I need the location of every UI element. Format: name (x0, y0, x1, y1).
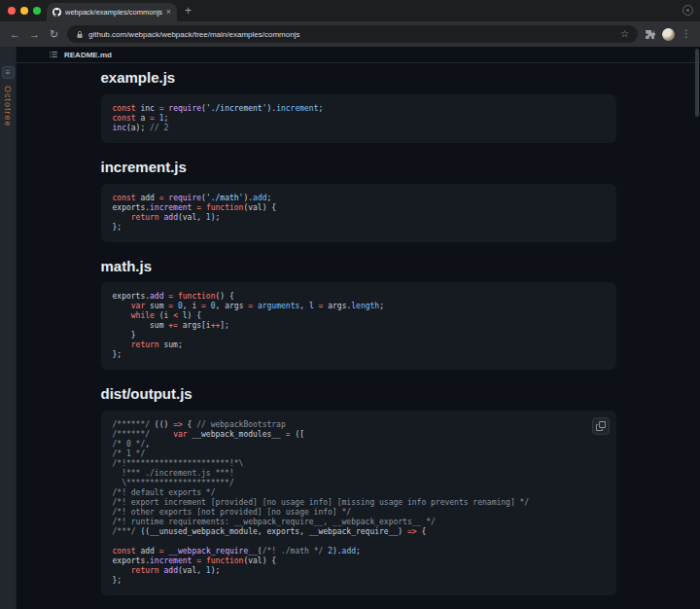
browser-tab[interactable]: webpack/examples/commonjs × (47, 3, 177, 21)
github-page: README.md example.jsconst inc = require(… (17, 47, 700, 609)
readme-content: example.jsconst inc = require('./increme… (101, 63, 616, 595)
code-text: const add = require('./math').add; expor… (101, 184, 616, 242)
octotree-toggle-button[interactable]: ≡ (2, 66, 15, 79)
bookmark-star-icon[interactable]: ☆ (620, 29, 629, 39)
back-icon[interactable]: ← (9, 28, 21, 41)
browser-toolbar: ← → ↻ github.com/webpack/webpack/tree/ma… (0, 21, 700, 47)
address-bar[interactable]: github.com/webpack/webpack/tree/main/exa… (67, 25, 638, 43)
section-heading: dist/output.js (101, 385, 616, 404)
traffic-lights (8, 7, 41, 15)
readme-file-header: README.md (17, 47, 700, 63)
section-heading: example.js (101, 69, 616, 88)
minimize-window-button[interactable] (20, 7, 28, 15)
new-tab-button[interactable]: + (185, 5, 192, 17)
code-block: const add = require('./math').add; expor… (101, 184, 616, 242)
octotree-sidebar: ≡ Octotree (0, 47, 17, 609)
tab-close-icon[interactable]: × (166, 8, 171, 17)
code-block: const inc = require('./increment').incre… (101, 94, 616, 143)
github-favicon-icon (52, 8, 61, 17)
forward-icon[interactable]: → (28, 28, 41, 41)
section-heading: math.js (101, 258, 616, 276)
url-text[interactable]: github.com/webpack/webpack/tree/main/exa… (88, 30, 615, 39)
lock-icon (76, 30, 84, 39)
window-badge-icon[interactable] (682, 5, 693, 16)
copy-code-button[interactable] (592, 417, 610, 435)
code-block: /******/ (() => { // webpackBootstrap /*… (101, 411, 616, 595)
readme-filename[interactable]: README.md (64, 51, 112, 59)
section-heading: increment.js (101, 159, 616, 177)
page-scrollbar[interactable] (695, 49, 699, 117)
code-text: const inc = require('./increment').incre… (101, 94, 616, 143)
extensions-puzzle-icon[interactable] (645, 29, 655, 40)
maximize-window-button[interactable] (33, 7, 41, 15)
tab-title: webpack/examples/commonjs (65, 8, 162, 17)
profile-avatar[interactable] (662, 28, 675, 41)
page-content: ≡ Octotree README.md example.jsconst inc… (0, 47, 700, 609)
code-text: /******/ (() => { // webpackBootstrap /*… (101, 411, 616, 595)
browser-menu-icon[interactable]: ⋮ (682, 29, 691, 39)
browser-window: webpack/examples/commonjs × + ← → ↻ gith… (0, 0, 700, 609)
close-window-button[interactable] (8, 7, 16, 15)
octotree-label: Octotree (3, 86, 13, 127)
reload-icon[interactable]: ↻ (48, 28, 60, 41)
code-block: exports.add = function() { var sum = 0, … (101, 282, 616, 370)
code-text: exports.add = function() { var sum = 0, … (101, 282, 616, 370)
tab-strip: webpack/examples/commonjs × + (0, 0, 700, 21)
list-toc-icon[interactable] (49, 50, 58, 59)
